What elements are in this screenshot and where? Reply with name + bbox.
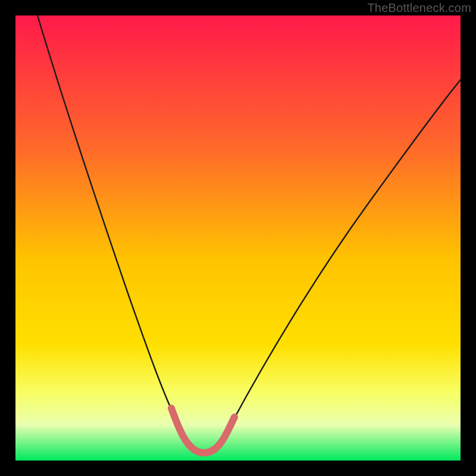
plot-svg xyxy=(15,15,461,461)
chart-frame: TheBottleneck.com xyxy=(0,0,476,476)
gradient-background xyxy=(15,15,461,461)
plot-area xyxy=(15,15,461,461)
watermark-text: TheBottleneck.com xyxy=(367,1,471,15)
